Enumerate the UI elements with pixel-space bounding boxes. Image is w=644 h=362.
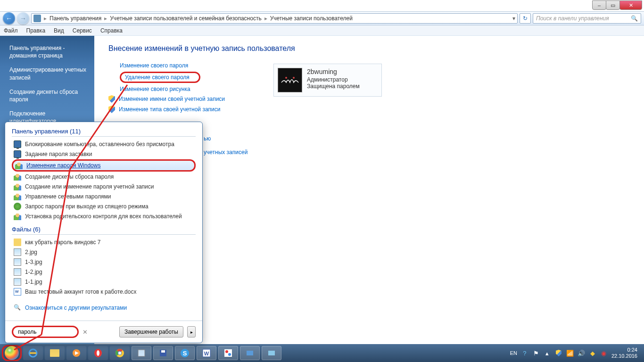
file-result-img1[interactable]: 2.jpg <box>12 247 196 257</box>
cp-result-lock[interactable]: Блокирование компьютера, оставленного бе… <box>12 140 196 149</box>
search-placeholder: Поиск в панели управления <box>536 15 609 22</box>
start-button[interactable] <box>2 345 22 361</box>
people-icon <box>14 183 21 190</box>
maximize-button[interactable]: ▭ <box>606 0 620 10</box>
file-result-doc[interactable]: Ваш тестовый аккаунт готов к работе.docx <box>12 287 196 296</box>
taskbar-ie[interactable] <box>23 346 43 360</box>
menu-bar: Файл Правка Вид Сервис Справка <box>0 25 644 36</box>
cp-result-create-password[interactable]: Создание или изменение пароля учетной за… <box>12 182 196 191</box>
shield-icon <box>108 95 115 103</box>
taskbar-wmp[interactable] <box>66 346 86 360</box>
svg-point-24 <box>228 353 231 356</box>
cp-result-change-windows-password[interactable]: Изменение пароля Windows <box>12 159 196 172</box>
file-result-img2[interactable]: 1-3.jpg <box>12 257 196 267</box>
folder-icon <box>14 239 21 246</box>
partial-link-1[interactable]: ью <box>204 135 211 142</box>
minimize-button[interactable]: – <box>592 0 606 10</box>
menu-edit[interactable]: Правка <box>26 27 46 34</box>
cp-result-network-passwords[interactable]: Управление сетевыми паролями <box>12 192 196 201</box>
svg-rect-25 <box>247 351 253 355</box>
navigation-bar: ← → ▸ Панель управления ▸ Учетные записи… <box>0 11 644 25</box>
search-icon: 🔍 <box>631 15 638 22</box>
tray-app2-icon[interactable]: ◉ <box>600 349 608 357</box>
monitor-icon <box>14 140 21 148</box>
svg-rect-22 <box>224 349 232 357</box>
windows-orb-icon <box>5 346 19 360</box>
image-icon <box>14 258 21 266</box>
taskbar-save[interactable] <box>153 346 173 360</box>
see-more-results[interactable]: 🔍Ознакомиться с другими результатами <box>12 301 196 314</box>
tray-help-icon[interactable]: ? <box>521 349 528 357</box>
tray-shield-icon[interactable] <box>555 349 562 357</box>
monitor-icon <box>14 150 21 158</box>
close-button[interactable]: ✕ <box>619 0 642 10</box>
cp-result-reset-disk[interactable]: Создание дискеты сброса пароля <box>12 172 196 181</box>
tray-chevron-icon[interactable]: ▴ <box>544 349 551 357</box>
menu-file[interactable]: Файл <box>4 27 18 34</box>
forward-button[interactable]: → <box>17 12 29 25</box>
svg-point-14 <box>118 352 121 354</box>
breadcrumb-3[interactable]: Учетные записи пользователей <box>270 15 353 22</box>
taskbar-app1[interactable] <box>240 346 260 360</box>
tray-action-center-icon[interactable]: ⚑ <box>532 349 540 357</box>
breadcrumb-1[interactable]: Панель управления <box>50 15 101 22</box>
shutdown-button[interactable]: Завершение работы <box>119 326 183 337</box>
refresh-button[interactable]: ↻ <box>520 13 531 24</box>
people-icon <box>14 213 21 220</box>
tray-volume-icon[interactable]: 🔊 <box>578 349 585 357</box>
back-button[interactable]: ← <box>3 12 15 25</box>
taskbar-app2[interactable] <box>262 346 281 360</box>
cp-result-sleep-password[interactable]: Запрос пароля при выходе из спящего режи… <box>12 202 196 211</box>
tray-network-icon[interactable]: 📶 <box>566 349 574 357</box>
action-change-type[interactable]: Изменение типа своей учетной записи <box>108 106 630 113</box>
svg-rect-15 <box>138 350 145 356</box>
side-link-admin[interactable]: Администрирование учетных записей <box>9 66 88 81</box>
tray-app-icon[interactable]: ◆ <box>589 349 596 357</box>
power-icon <box>14 203 21 210</box>
start-search-input[interactable]: пароль <box>12 326 79 338</box>
image-icon <box>14 248 21 256</box>
taskbar-skype[interactable]: S <box>175 346 195 360</box>
menu-view[interactable]: Вид <box>54 27 64 34</box>
svg-point-9 <box>97 350 99 356</box>
user-status: Защищена паролем <box>307 83 360 90</box>
image-icon <box>14 278 21 286</box>
address-bar[interactable]: ▸ Панель управления ▸ Учетные записи пол… <box>31 13 518 24</box>
user-role: Администратор <box>307 76 360 83</box>
shutdown-options-button[interactable]: ▸ <box>187 326 196 337</box>
svg-rect-26 <box>268 351 275 355</box>
partial-link-2[interactable]: учетных записей <box>204 149 248 156</box>
breadcrumb-sep: ▸ <box>44 15 47 22</box>
file-result-folder[interactable]: как убрать пароль виндовс 7 <box>12 238 196 247</box>
side-link-home[interactable]: Панель управления - домашняя страница <box>9 44 88 59</box>
cp-result-screensaver[interactable]: Задание пароля заставки <box>12 149 196 159</box>
file-result-img4[interactable]: 1-1.jpg <box>12 277 196 287</box>
taskbar-opera[interactable] <box>88 346 108 360</box>
search-panel-input[interactable]: Поиск в панели управления 🔍 <box>533 13 641 24</box>
breadcrumb-2[interactable]: Учетные записи пользователей и семейная … <box>110 15 261 22</box>
svg-point-1 <box>293 77 295 79</box>
taskbar-paint[interactable] <box>218 346 238 360</box>
cp-result-parental[interactable]: Установка родительского контроля для все… <box>12 212 196 221</box>
results-header-files: Файлы (6) <box>12 226 41 233</box>
tray-clock[interactable]: 0:24 22.10.2016 <box>611 347 637 359</box>
people-icon <box>14 193 21 200</box>
results-header-cp: Панель управления (11) <box>12 128 81 135</box>
menu-tools[interactable]: Сервис <box>73 27 92 34</box>
clear-search-icon[interactable]: ✕ <box>83 329 88 336</box>
menu-help[interactable]: Справка <box>100 27 123 34</box>
file-result-img3[interactable]: 1-2.jpg <box>12 267 196 277</box>
user-account-card: 2bwuming Администратор Защищена паролем <box>273 64 382 97</box>
side-link-reset-disk[interactable]: Создание дискеты сброса пароля <box>9 88 88 103</box>
start-search-value: пароль <box>18 329 37 335</box>
taskbar-word[interactable]: W <box>197 346 216 360</box>
tray-lang[interactable]: EN <box>510 350 517 356</box>
control-panel-icon <box>33 15 41 22</box>
taskbar-notepad[interactable] <box>132 346 151 360</box>
breadcrumb-sep: ▸ <box>264 15 267 22</box>
taskbar-explorer[interactable] <box>45 346 65 360</box>
taskbar: S W EN ? ⚑ ▴ 📶 🔊 ◆ ◉ 0:24 22.10.2016 <box>0 344 644 362</box>
taskbar-chrome[interactable] <box>110 346 130 360</box>
address-dropdown-icon[interactable]: ▾ <box>512 15 515 22</box>
svg-point-0 <box>285 77 287 79</box>
